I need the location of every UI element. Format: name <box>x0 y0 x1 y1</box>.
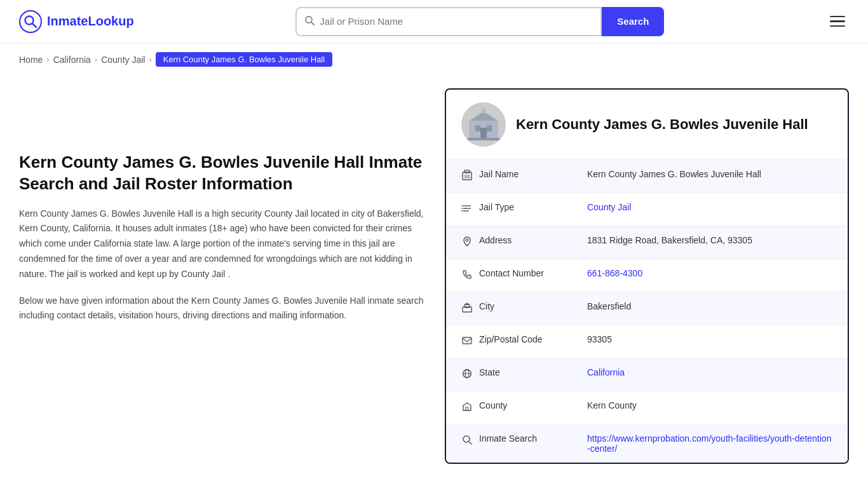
svg-line-1 <box>32 24 36 27</box>
site-header: InmateLookup Search <box>0 0 868 43</box>
svg-line-3 <box>311 22 314 25</box>
row-value-cell: 661-868-4300 <box>587 268 832 278</box>
info-row: County Kern County <box>446 391 848 424</box>
breadcrumb-sep-3: › <box>149 55 151 64</box>
row-value-cell: https://www.kernprobation.com/youth-faci… <box>587 433 832 454</box>
info-row: Zip/Postal Code 93305 <box>446 325 848 358</box>
row-icon-county <box>461 401 479 415</box>
info-row-value: Kern County James G. Bowles Juvenile Hal… <box>587 169 761 179</box>
main-layout: Kern County James G. Bowles Juvenile Hal… <box>0 76 868 488</box>
info-row-link[interactable]: California <box>587 367 625 377</box>
svg-rect-10 <box>468 138 499 140</box>
info-row: Jail Name Kern County James G. Bowles Ju… <box>446 160 848 193</box>
logo-icon <box>19 10 42 33</box>
row-icon-jail <box>461 170 479 184</box>
info-row: Jail Type County Jail <box>446 193 848 226</box>
row-label: Contact Number <box>479 268 587 278</box>
search-input[interactable] <box>320 16 593 27</box>
row-label: Jail Name <box>479 169 587 179</box>
info-row: State California <box>446 358 848 391</box>
row-value-cell: Bakersfield <box>587 301 832 311</box>
info-row-value: Bakersfield <box>587 301 631 311</box>
info-row: Inmate Search https://www.kernprobation.… <box>446 424 848 463</box>
site-logo[interactable]: InmateLookup <box>19 10 134 33</box>
breadcrumb-home[interactable]: Home <box>19 55 43 65</box>
row-label: State <box>479 367 587 377</box>
hamburger-menu-button[interactable] <box>826 12 849 31</box>
svg-rect-26 <box>463 337 471 344</box>
row-icon-zip <box>461 335 479 349</box>
search-icon <box>304 15 315 28</box>
breadcrumb-sep-2: › <box>95 55 97 64</box>
info-rows: Jail Name Kern County James G. Bowles Ju… <box>446 160 848 463</box>
left-column: Kern County James G. Bowles Juvenile Hal… <box>19 88 426 464</box>
row-value-cell: Kern County James G. Bowles Juvenile Hal… <box>587 169 832 179</box>
row-value-cell: County Jail <box>587 202 832 212</box>
info-row-link[interactable]: https://www.kernprobation.com/youth-faci… <box>587 433 831 454</box>
card-header: Kern County James G. Bowles Juvenile Hal… <box>446 90 848 160</box>
row-label: Address <box>479 235 587 245</box>
breadcrumb: Home › California › County Jail › Kern C… <box>0 43 868 76</box>
svg-rect-5 <box>475 125 480 132</box>
svg-rect-6 <box>487 125 492 132</box>
row-value-cell: 1831 Ridge Road, Bakersfield, CA, 93305 <box>587 235 832 245</box>
hamburger-line-3 <box>830 25 845 27</box>
row-value-cell: Kern County <box>587 400 832 410</box>
info-row-value: 1831 Ridge Road, Bakersfield, CA, 93305 <box>587 235 752 245</box>
hamburger-line-2 <box>830 20 845 22</box>
info-row-link[interactable]: 661-868-4300 <box>587 268 642 278</box>
row-label: Zip/Postal Code <box>479 334 587 344</box>
svg-rect-12 <box>465 170 470 173</box>
description-1: Kern County James G. Bowles Juvenile Hal… <box>19 207 426 282</box>
info-row: Contact Number 661-868-4300 <box>446 259 848 292</box>
svg-point-21 <box>462 210 463 212</box>
hamburger-line-1 <box>830 16 845 18</box>
row-label: County <box>479 400 587 410</box>
svg-rect-7 <box>480 128 487 139</box>
row-label: Jail Type <box>479 202 587 212</box>
svg-line-32 <box>469 442 471 444</box>
row-value-cell: 93305 <box>587 334 832 344</box>
right-column: Kern County James G. Bowles Juvenile Hal… <box>445 88 849 464</box>
breadcrumb-active: Kern County James G. Bowles Juvenile Hal… <box>156 52 332 67</box>
row-label: Inmate Search <box>479 433 587 444</box>
row-icon-city <box>461 302 479 316</box>
info-card: Kern County James G. Bowles Juvenile Hal… <box>445 88 849 464</box>
row-icon-list <box>461 203 479 217</box>
logo-text: InmateLookup <box>47 14 134 29</box>
search-input-wrap <box>295 7 602 36</box>
search-bar: Search <box>295 7 664 36</box>
breadcrumb-california[interactable]: California <box>53 55 91 65</box>
description-2: Below we have given information about th… <box>19 294 426 324</box>
search-button[interactable]: Search <box>602 7 664 36</box>
row-label: City <box>479 301 587 311</box>
info-row-value: Kern County <box>587 400 637 410</box>
svg-point-22 <box>466 239 468 241</box>
svg-rect-9 <box>482 109 485 114</box>
info-row: Address 1831 Ridge Road, Bakersfield, CA… <box>446 226 848 259</box>
svg-point-20 <box>462 208 463 209</box>
facility-image <box>461 102 506 147</box>
info-row: City Bakersfield <box>446 292 848 325</box>
row-icon-phone <box>461 269 479 283</box>
svg-rect-30 <box>466 407 468 410</box>
breadcrumb-sep-1: › <box>46 55 49 64</box>
row-icon-globe <box>461 368 479 382</box>
row-icon-pin <box>461 236 479 250</box>
info-row-link[interactable]: County Jail <box>587 202 631 212</box>
svg-point-19 <box>462 205 463 207</box>
row-icon-search <box>461 434 479 448</box>
page-heading: Kern County James G. Bowles Juvenile Hal… <box>19 152 426 195</box>
card-title: Kern County James G. Bowles Juvenile Hal… <box>516 116 808 133</box>
row-value-cell: California <box>587 367 832 377</box>
breadcrumb-county-jail[interactable]: County Jail <box>101 55 145 65</box>
info-row-value: 93305 <box>587 334 612 344</box>
